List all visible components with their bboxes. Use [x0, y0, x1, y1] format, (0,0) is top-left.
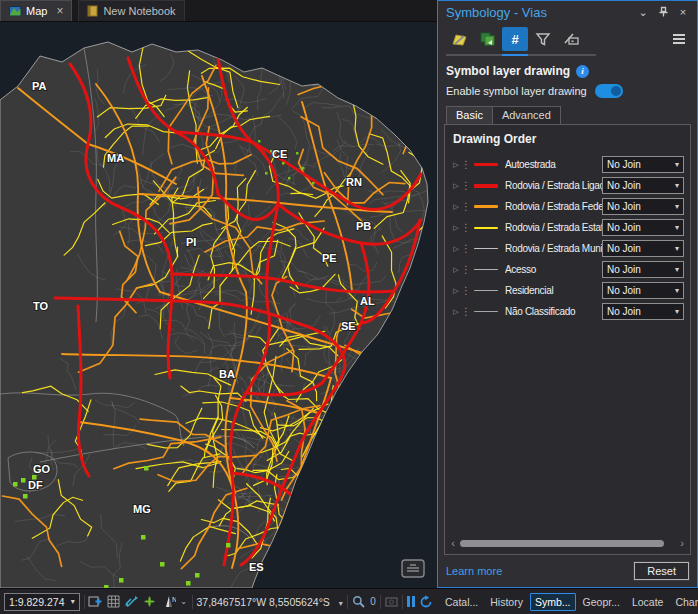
- toggle-label: Enable symbol layer drawing: [446, 85, 587, 97]
- tab-new-notebook-label: New Notebook: [103, 5, 175, 17]
- info-icon[interactable]: i: [576, 65, 589, 78]
- magnifier-icon[interactable]: [352, 594, 366, 610]
- primary-symbology-icon[interactable]: [446, 27, 472, 51]
- symbol-swatch: [473, 248, 499, 249]
- snapshot-icon[interactable]: [385, 594, 399, 610]
- expand-arrow-icon[interactable]: ▷: [451, 182, 461, 190]
- join-dropdown[interactable]: No Join▾: [602, 219, 684, 236]
- join-dropdown[interactable]: No Join▾: [602, 156, 684, 173]
- drawing-order-row[interactable]: ▷⋮Rodovia / Estrada MunicipalNo Join▾: [445, 238, 690, 259]
- pane-tab-geopr[interactable]: Geopr...: [578, 593, 625, 611]
- drag-handle-icon[interactable]: ⋮: [461, 286, 471, 296]
- drag-handle-icon[interactable]: ⋮: [461, 244, 471, 254]
- drawing-order-row[interactable]: ▷⋮AutoestradaNo Join▾: [445, 154, 690, 175]
- symbol-swatch: [473, 269, 499, 270]
- line-symbol: [474, 184, 498, 188]
- drag-handle-icon[interactable]: ⋮: [461, 307, 471, 317]
- map-view-stack: Map × New Notebook PAMAPICERNPBPEALSEBAT…: [0, 0, 437, 588]
- pane-tab-locate[interactable]: Locate: [627, 593, 669, 611]
- expand-arrow-icon[interactable]: ▷: [451, 161, 461, 169]
- chevron-down-icon[interactable]: ⌄: [635, 6, 651, 19]
- state-label-ba: BA: [219, 368, 235, 380]
- state-label-se: SE: [341, 320, 356, 332]
- pin-icon[interactable]: [655, 6, 671, 18]
- drag-handle-icon[interactable]: ⋮: [461, 265, 471, 275]
- expand-arrow-icon[interactable]: ▷: [451, 266, 461, 274]
- north-caret-icon[interactable]: ⌄: [180, 594, 188, 610]
- grid-icon[interactable]: [106, 594, 120, 610]
- tab-advanced[interactable]: Advanced: [492, 106, 561, 124]
- enable-sld-toggle[interactable]: [595, 84, 623, 98]
- drawing-order-row[interactable]: ▷⋮Rodovia / Estrada FederalNo Join▾: [445, 196, 690, 217]
- tab-map-label: Map: [26, 5, 47, 17]
- add-map-frame-icon[interactable]: [88, 594, 102, 610]
- expand-arrow-icon[interactable]: ▷: [451, 308, 461, 316]
- drawing-order-row[interactable]: ▷⋮Rodovia / Estrada EstatualNo Join▾: [445, 217, 690, 238]
- caret-down-icon: ▾: [675, 265, 679, 274]
- drawing-order-row[interactable]: ▷⋮Rodovia / Estrada LigaçãoNo Join▾: [445, 175, 690, 196]
- scroll-right-icon[interactable]: ›: [678, 538, 686, 548]
- scrollbar-thumb[interactable]: [460, 540, 664, 547]
- drag-handle-icon[interactable]: ⋮: [461, 202, 471, 212]
- drawing-order-row[interactable]: ▷⋮Não ClassificadoNo Join▾: [445, 301, 690, 322]
- map-navigator-icon[interactable]: [401, 559, 425, 578]
- tab-map[interactable]: Map ×: [0, 0, 72, 21]
- enable-sld-row: Enable symbol layer drawing: [438, 82, 697, 104]
- join-dropdown[interactable]: No Join▾: [602, 303, 684, 320]
- reset-button[interactable]: Reset: [634, 562, 689, 580]
- expand-arrow-icon[interactable]: ▷: [451, 224, 461, 232]
- pane-tab-history[interactable]: History: [485, 593, 528, 611]
- expand-arrow-icon[interactable]: ▷: [451, 245, 461, 253]
- close-tab-icon[interactable]: ×: [56, 5, 63, 17]
- join-dropdown[interactable]: No Join▾: [602, 198, 684, 215]
- arcgis-pro-window: Map × New Notebook PAMAPICERNPBPEALSEBAT…: [0, 0, 698, 614]
- line-symbol: [474, 227, 498, 229]
- pause-drawing-icon[interactable]: [407, 596, 415, 607]
- pane-tab-symb[interactable]: Symb...: [530, 593, 576, 611]
- expand-arrow-icon[interactable]: ▷: [451, 287, 461, 295]
- join-dropdown[interactable]: No Join▾: [602, 240, 684, 257]
- symbol-swatch: [473, 311, 499, 312]
- basic-advanced-tabs: Basic Advanced: [438, 106, 697, 124]
- join-dropdown[interactable]: No Join▾: [602, 177, 684, 194]
- add-point-icon[interactable]: [143, 594, 157, 610]
- map-viewport[interactable]: PAMAPICERNPBPEALSEBATOGODFMGES: [0, 22, 437, 588]
- drag-handle-icon[interactable]: ⋮: [461, 223, 471, 233]
- pane-tab-catal[interactable]: Catal...: [440, 593, 483, 611]
- symbol-class-label: Residencial: [505, 285, 602, 296]
- caret-down-icon: ▾: [675, 286, 679, 295]
- scroll-left-icon[interactable]: ‹: [449, 538, 457, 548]
- symbol-layer-drawing-icon[interactable]: #: [502, 27, 528, 51]
- snapping-icon[interactable]: [124, 594, 139, 610]
- tab-new-notebook[interactable]: New Notebook: [78, 0, 184, 21]
- drag-handle-icon[interactable]: ⋮: [461, 181, 471, 191]
- drawing-order-row[interactable]: ▷⋮AcessoNo Join▾: [445, 259, 690, 280]
- line-symbol: [474, 248, 498, 249]
- join-dropdown[interactable]: No Join▾: [602, 261, 684, 278]
- state-label-mg: MG: [133, 503, 151, 515]
- caret-down-icon: ▾: [675, 223, 679, 232]
- section-title-row: Symbol layer drawing i: [438, 62, 697, 82]
- coordinates-readout[interactable]: 37,8467517°W 8,5505624°S ▾: [197, 596, 343, 608]
- scale-symbology-icon[interactable]: [558, 27, 584, 51]
- join-dropdown[interactable]: No Join▾: [602, 282, 684, 299]
- state-label-rn: RN: [346, 176, 362, 188]
- symbol-swatch: [473, 205, 499, 208]
- tab-basic[interactable]: Basic: [446, 106, 493, 124]
- close-panel-icon[interactable]: ×: [675, 6, 691, 18]
- learn-more-link[interactable]: Learn more: [446, 565, 502, 577]
- panel-menu-icon[interactable]: [669, 34, 689, 44]
- expand-arrow-icon[interactable]: ▷: [451, 203, 461, 211]
- line-symbol: [474, 311, 498, 312]
- drag-handle-icon[interactable]: ⋮: [461, 160, 471, 170]
- refresh-icon[interactable]: [419, 594, 433, 610]
- drawing-order-row[interactable]: ▷⋮ResidencialNo Join▾: [445, 280, 690, 301]
- horizontal-scrollbar[interactable]: ‹ ›: [449, 536, 686, 550]
- caret-down-icon: ▾: [339, 599, 343, 608]
- pane-tab-chart[interactable]: Chart...: [670, 593, 698, 611]
- symbol-class-label: Acesso: [505, 264, 602, 275]
- north-arrow-icon[interactable]: N: [161, 594, 176, 610]
- vary-symbology-icon[interactable]: [474, 27, 500, 51]
- scale-combobox[interactable]: 1:9.829.274 ▾: [4, 593, 80, 611]
- filter-icon[interactable]: [530, 27, 556, 51]
